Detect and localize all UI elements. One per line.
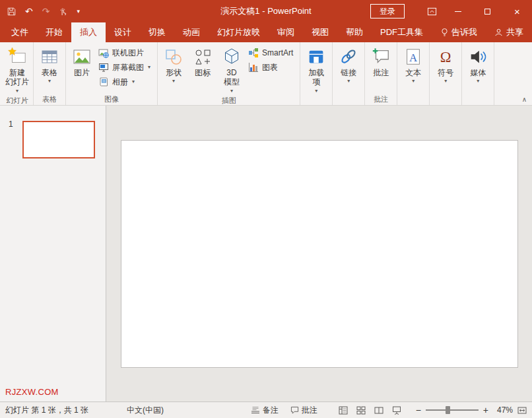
tab-design[interactable]: 设计 — [106, 22, 140, 42]
slide-number: 1 — [9, 120, 13, 129]
group-label-links-empty — [334, 94, 363, 105]
tab-animations[interactable]: 动画 — [174, 22, 209, 42]
title-bar: ↶ ↷ ▾ 演示文稿1 - PowerPoint 登录 × — [0, 0, 532, 22]
screenshot-button[interactable]: 屏幕截图 ▾ — [96, 60, 156, 75]
group-label-illustrations: 插图 — [159, 95, 298, 106]
touch-mode-icon[interactable] — [59, 7, 67, 16]
new-slide-button[interactable]: 新建幻灯片 ▾ — [3, 44, 32, 95]
notes-toggle[interactable]: 备注 — [251, 405, 279, 416]
close-button[interactable]: × — [502, 0, 532, 22]
dropdown-caret-icon: ▾ — [148, 65, 150, 70]
tab-review[interactable]: 审阅 — [269, 22, 303, 42]
text-button[interactable]: A 文本 ▾ — [399, 44, 428, 94]
tab-tell-me[interactable]: 告诉我 — [432, 22, 486, 42]
photo-album-button[interactable]: 相册 ▾ — [96, 75, 156, 89]
tab-insert[interactable]: 插入 — [71, 22, 106, 42]
tab-transitions[interactable]: 切换 — [140, 22, 174, 42]
tab-file[interactable]: 文件 — [3, 22, 37, 42]
icons-button[interactable]: 图标 — [188, 44, 217, 95]
slide-thumbnail-1[interactable] — [22, 121, 95, 158]
smartart-button[interactable]: SmartArt — [246, 46, 298, 60]
comments-label: 批注 — [302, 405, 317, 416]
zoom-slider[interactable] — [426, 405, 479, 415]
media-button[interactable]: 媒体 ▾ — [463, 44, 492, 94]
fit-slide-to-window-button[interactable] — [517, 406, 527, 415]
pictures-button[interactable]: 图片 — [67, 44, 96, 94]
dropdown-caret-icon: ▾ — [444, 79, 447, 84]
zoom-slider-thumb[interactable] — [446, 406, 450, 414]
tab-view[interactable]: 视图 — [303, 22, 337, 42]
undo-icon[interactable]: ↶ — [25, 7, 33, 16]
sign-in-button[interactable]: 登录 — [370, 4, 405, 18]
images-small-buttons: 联机图片 屏幕截图 ▾ — [96, 44, 156, 94]
watermark-text: RJZXW.COM — [5, 387, 59, 397]
table-button[interactable]: 表格 ▾ — [35, 44, 64, 94]
new-comment-button[interactable]: 批注 — [366, 44, 395, 94]
symbols-button[interactable]: Ω 符号 ▾ — [431, 44, 460, 94]
group-label-text-empty — [399, 94, 428, 105]
group-label-slides: 幻灯片 — [3, 95, 32, 106]
tab-share[interactable]: 共享 — [486, 22, 532, 42]
maximize-icon — [484, 9, 490, 15]
zoom-percentage[interactable]: 47% — [493, 405, 513, 415]
new-slide-label-2: 幻灯片 — [5, 77, 29, 87]
zoom-out-button[interactable]: − — [416, 405, 421, 415]
group-label-add-ins-empty — [302, 95, 331, 105]
tab-pdf-tools[interactable]: PDF工具集 — [372, 22, 432, 42]
slide-sorter-view-button[interactable] — [356, 406, 366, 415]
comment-bubble-icon — [290, 406, 299, 414]
tab-slide-show[interactable]: 幻灯片放映 — [209, 22, 269, 42]
slide-indicator: 幻灯片 第 1 张，共 1 张 — [5, 405, 88, 416]
ribbon-group-images: 图片 联机图片 — [66, 42, 158, 105]
status-bar: 幻灯片 第 1 张，共 1 张 中文(中国) 备注 批注 — [0, 401, 532, 418]
add-ins-button[interactable]: 加载项 ▾ — [302, 44, 331, 95]
add-ins-icon — [306, 46, 326, 67]
customize-qat-caret-icon[interactable]: ▾ — [77, 9, 80, 15]
links-button[interactable]: 链接 ▾ — [334, 44, 363, 94]
redo-icon: ↷ — [42, 7, 50, 16]
comments-toggle[interactable]: 批注 — [290, 405, 317, 416]
zoom-in-button[interactable]: + — [483, 405, 488, 415]
powerpoint-window: ↶ ↷ ▾ 演示文稿1 - PowerPoint 登录 × 文件 — [0, 0, 532, 418]
title-bar-controls: 登录 × — [370, 0, 532, 22]
ribbon-group-comments: 批注 批注 — [365, 42, 397, 105]
text-label: 文本 — [405, 68, 421, 77]
zoom-controls: − + 47% — [416, 405, 527, 415]
dropdown-caret-icon: ▾ — [132, 79, 135, 85]
3d-models-button[interactable]: 3D模型 ▾ — [217, 44, 246, 95]
zoom-slider-track — [426, 409, 479, 411]
editing-canvas — [106, 106, 532, 401]
online-pictures-button[interactable]: 联机图片 — [96, 46, 156, 60]
dropdown-caret-icon: ▾ — [172, 79, 175, 84]
chart-button[interactable]: 图表 — [246, 60, 298, 75]
smartart-label: SmartArt — [262, 48, 293, 57]
reading-view-button[interactable] — [374, 406, 383, 415]
dropdown-caret-icon: ▾ — [48, 79, 51, 84]
normal-view-button[interactable] — [339, 406, 348, 415]
new-slide-icon — [7, 46, 27, 67]
maximize-button[interactable] — [473, 0, 502, 22]
dropdown-caret-icon: ▾ — [412, 79, 415, 84]
collapse-ribbon-icon[interactable]: ∧ — [522, 96, 527, 103]
slide-editing-area[interactable] — [121, 140, 518, 368]
shapes-button[interactable]: 形状 ▾ — [159, 44, 188, 95]
ribbon-group-tables: 表格 ▾ 表格 — [34, 42, 66, 105]
lightbulb-icon — [441, 28, 448, 37]
notes-icon — [251, 406, 260, 414]
ribbon-display-options-icon[interactable] — [420, 0, 443, 22]
add-ins-label-1: 加载 — [308, 68, 324, 77]
save-icon[interactable] — [7, 7, 16, 16]
photo-album-icon — [98, 77, 109, 87]
tab-share-label: 共享 — [506, 26, 523, 38]
pictures-label: 图片 — [74, 68, 90, 77]
text-icon: A — [403, 46, 423, 67]
tab-help[interactable]: 帮助 — [337, 22, 372, 42]
tab-home[interactable]: 开始 — [37, 22, 71, 42]
minimize-button[interactable] — [443, 0, 473, 22]
slide-show-view-button[interactable] — [392, 406, 401, 415]
ribbon-group-links: 链接 ▾ — [333, 42, 365, 105]
chart-icon — [248, 62, 259, 73]
ribbon-tab-bar: 文件 开始 插入 设计 切换 动画 幻灯片放映 审阅 视图 帮助 PDF工具集 … — [0, 22, 532, 42]
3d-models-label-2: 模型 — [224, 77, 240, 87]
language-indicator[interactable]: 中文(中国) — [127, 405, 164, 416]
